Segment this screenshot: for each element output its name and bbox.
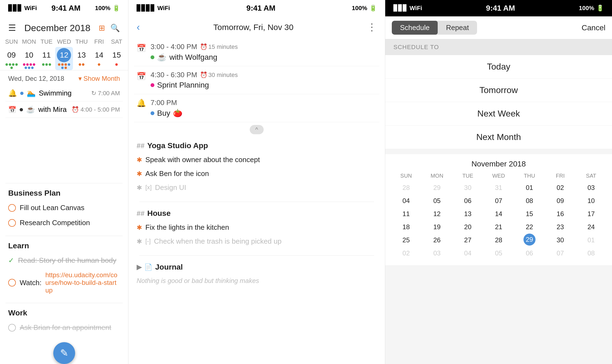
reminder-buy[interactable]: 🔔 7:00 PM Buy 🍅: [134, 94, 379, 122]
option-today[interactable]: Today: [385, 55, 612, 79]
color-dot-buy: [151, 111, 154, 115]
collapse-button[interactable]: ^: [250, 125, 263, 134]
mini-day-07b[interactable]: 07: [545, 247, 576, 260]
mini-day-02b[interactable]: 02: [391, 247, 422, 260]
day-14[interactable]: 14: [90, 47, 108, 70]
day-15[interactable]: 15: [108, 47, 125, 70]
mini-day-03[interactable]: 03: [576, 181, 607, 194]
mini-day-24[interactable]: 24: [576, 220, 607, 234]
task-fill-lean-canvas[interactable]: Fill out Lean Canvas: [8, 200, 120, 215]
mini-day-31[interactable]: 31: [483, 181, 514, 194]
mini-wd-sun: SUN: [391, 173, 422, 179]
weekday-tue: TUE: [38, 38, 55, 45]
task-circle-3[interactable]: [8, 279, 16, 287]
menu-button[interactable]: ☰: [8, 23, 16, 33]
option-next-week[interactable]: Next Week: [385, 102, 612, 126]
sprint-details: 4:30 - 6:30 PM ⏰ 30 minutes Sprint Plann…: [151, 71, 377, 89]
mini-day-14[interactable]: 14: [483, 207, 514, 220]
panel-tasklist: ▊▊▊▊ WiFi 9:41 AM 100% 🔋 ‹ Tomorrow, Fri…: [128, 0, 385, 364]
calendar-month-title: December 2018: [24, 23, 90, 33]
mini-day-13[interactable]: 13: [452, 207, 483, 220]
task-ask-ben[interactable]: ✱ Ask Ben for the icon: [137, 167, 377, 181]
mini-day-02[interactable]: 02: [545, 181, 576, 194]
option-tomorrow[interactable]: Tomorrow: [385, 79, 612, 102]
mini-day-22[interactable]: 22: [514, 220, 545, 234]
cancel-button[interactable]: Cancel: [582, 23, 605, 32]
mini-day-28a[interactable]: 28: [391, 181, 422, 194]
mini-day-26[interactable]: 26: [422, 234, 452, 247]
wolfgang-alarm: ⏰ 15 minutes: [200, 43, 238, 50]
task-brian[interactable]: Ask Brian for an appointment: [8, 320, 120, 335]
mini-day-05b[interactable]: 05: [483, 247, 514, 260]
task-circle-4[interactable]: [8, 324, 16, 332]
fab-button[interactable]: ✎: [53, 342, 75, 364]
task-design-ui[interactable]: ✱ [x] Design UI: [137, 181, 377, 195]
mini-day-25[interactable]: 25: [391, 234, 422, 247]
mini-day-08b[interactable]: 08: [576, 247, 607, 260]
search-button[interactable]: 🔍: [110, 23, 120, 32]
mini-day-05[interactable]: 05: [422, 194, 452, 207]
yoga-hash: ##: [137, 142, 145, 150]
show-month-button[interactable]: ▾ Show Month: [78, 75, 120, 82]
mini-day-01[interactable]: 01: [514, 181, 545, 194]
day-12[interactable]: 12: [55, 47, 73, 70]
task-fix-lights[interactable]: ✱ Fix the lights in the kitchen: [137, 220, 377, 234]
mini-day-30a[interactable]: 30: [452, 181, 483, 194]
event-mira[interactable]: 📅 ☕ with Mira ⏰ 4:00 - 5:00 PM: [5, 102, 123, 118]
mini-day-08[interactable]: 08: [514, 194, 545, 207]
mini-day-19[interactable]: 19: [422, 220, 452, 234]
weekday-fri: FRI: [90, 38, 108, 45]
event-wolfgang[interactable]: 📅 3:00 - 4:00 PM ⏰ 15 minutes ☕ with Wol…: [134, 38, 379, 66]
event-sprint[interactable]: 📅 4:30 - 6:30 PM ⏰ 30 minutes Sprint Pla…: [134, 66, 379, 94]
task-circle-2[interactable]: [8, 219, 16, 227]
mini-day-12[interactable]: 12: [422, 207, 452, 220]
mini-day-03b[interactable]: 03: [422, 247, 452, 260]
mini-day-20[interactable]: 20: [452, 220, 483, 234]
day-09[interactable]: 09: [3, 47, 20, 70]
mini-day-04[interactable]: 04: [391, 194, 422, 207]
mini-day-06b[interactable]: 06: [514, 247, 545, 260]
repeat-tab[interactable]: Repeat: [438, 21, 477, 35]
option-next-month[interactable]: Next Month: [385, 126, 612, 149]
task-trash[interactable]: ✱ [-] Check when the trash is being pick…: [137, 234, 377, 248]
mini-day-29a[interactable]: 29: [422, 181, 452, 194]
back-button[interactable]: ‹: [137, 22, 140, 33]
mini-day-01b[interactable]: 01: [576, 234, 607, 247]
task-read-story[interactable]: ✓ Read: Story of the human body: [8, 253, 120, 268]
mini-day-16[interactable]: 16: [545, 207, 576, 220]
mini-day-27[interactable]: 27: [452, 234, 483, 247]
day-09-dots: [4, 63, 19, 69]
mini-day-18[interactable]: 18: [391, 220, 422, 234]
task-speak-owner[interactable]: ✱ Speak with owner about the concept: [137, 153, 377, 167]
grid-view-button[interactable]: ⊞: [99, 23, 105, 32]
calendar-icon-wolfgang: 📅: [137, 44, 146, 53]
mini-day-06[interactable]: 06: [452, 194, 483, 207]
event-mira-title: with Mira: [38, 105, 67, 114]
mini-day-29-selected[interactable]: 29: [523, 234, 536, 246]
mini-day-09[interactable]: 09: [545, 194, 576, 207]
mini-day-07[interactable]: 07: [483, 194, 514, 207]
schedule-tab[interactable]: Schedule: [392, 21, 438, 35]
mini-day-15[interactable]: 15: [514, 207, 545, 220]
task-research-competition[interactable]: Research Competition: [8, 215, 120, 230]
task-udacity-link[interactable]: https://eu.udacity.com/course/how-to-bui…: [45, 271, 120, 294]
mini-day-10[interactable]: 10: [576, 194, 607, 207]
mini-day-30b[interactable]: 30: [545, 234, 576, 247]
mini-day-28b[interactable]: 28: [483, 234, 514, 247]
mini-day-23[interactable]: 23: [545, 220, 576, 234]
mini-day-17[interactable]: 17: [576, 207, 607, 220]
day-13[interactable]: 13: [73, 47, 90, 70]
day-13-dots: [79, 63, 84, 66]
mini-day-21[interactable]: 21: [483, 220, 514, 234]
mini-day-11[interactable]: 11: [391, 207, 422, 220]
day-11[interactable]: 11: [38, 47, 55, 70]
status-bar-2: ▊▊▊▊ WiFi 9:41 AM 100% 🔋: [128, 0, 385, 16]
day-10[interactable]: 10: [20, 47, 38, 70]
task-circle-1[interactable]: [8, 204, 16, 212]
more-button[interactable]: ⋮: [367, 22, 377, 33]
task-watch-udacity[interactable]: Watch: https://eu.udacity.com/course/how…: [8, 268, 120, 297]
mini-day-04b[interactable]: 04: [452, 247, 483, 260]
reminder-buy-content: 7:00 PM Buy 🍅: [151, 99, 377, 118]
event-swimming[interactable]: 🔔 🏊 Swimming ↻ 7:00 AM: [5, 85, 123, 102]
star-icon-ben: ✱: [137, 170, 142, 178]
